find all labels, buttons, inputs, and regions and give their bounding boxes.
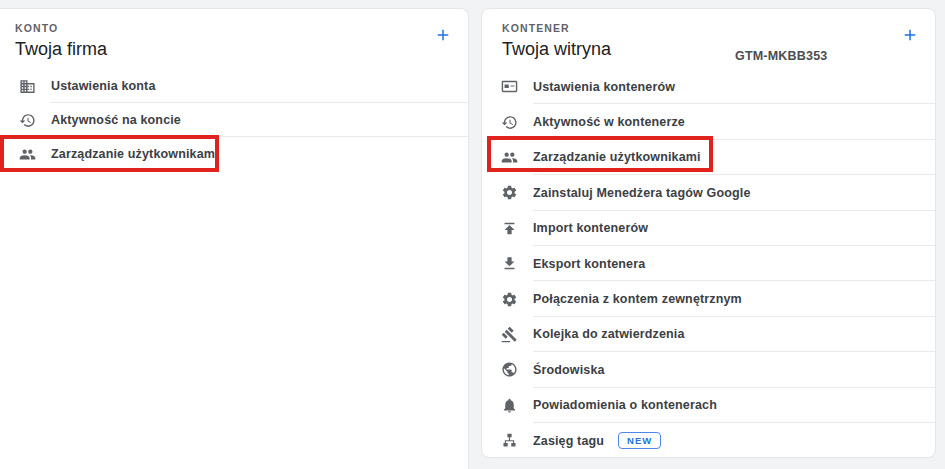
list-item-label: Ustawienia konta: [51, 79, 156, 93]
list-item-label: Połączenia z kontem zewnętrznym: [533, 292, 742, 306]
people-icon: [18, 145, 36, 163]
account-panel-header: KONTO Twoja firma: [0, 9, 468, 69]
list-item-label: Aktywność na koncie: [51, 113, 181, 127]
container-section-label: KONTENER: [502, 22, 919, 34]
list-item-label: Powiadomienia o kontenerach: [533, 398, 717, 412]
list-item[interactable]: Powiadomienia o kontenerach: [482, 388, 935, 423]
list-item[interactable]: Zainstaluj Menedżera tagów Google: [482, 175, 935, 210]
gavel-icon: [500, 325, 518, 343]
list-item-label: Zasięg tagu: [533, 434, 604, 448]
list-item[interactable]: Połączenia z kontem zewnętrznym: [482, 281, 935, 316]
list-item-label: Ustawienia kontenerów: [533, 80, 675, 94]
account-title: Twoja firma: [15, 39, 452, 60]
account-menu-list: Ustawienia konta Aktywność na koncie Zar…: [0, 69, 468, 171]
history-icon: [500, 113, 518, 131]
container-card-icon: [500, 78, 518, 96]
people-icon: [500, 148, 518, 166]
plus-icon: [901, 26, 919, 44]
container-panel-header: KONTENER Twoja witryna GTM-MKBB353: [482, 9, 935, 69]
new-badge: NEW: [618, 432, 661, 449]
list-item-label: Import kontenerów: [533, 221, 648, 235]
list-item[interactable]: Środowiska: [482, 352, 935, 387]
list-item-label: Środowiska: [533, 363, 605, 377]
list-item[interactable]: Import kontenerów: [482, 211, 935, 246]
list-item[interactable]: Zarządzanie użytkownikami: [0, 137, 468, 171]
add-container-button[interactable]: [898, 23, 922, 47]
list-item-label: Zarządzanie użytkownikami: [533, 150, 701, 164]
building-icon: [18, 77, 36, 95]
gear-icon: [500, 290, 518, 308]
container-menu-list: Ustawienia kontenerów Aktywność w konten…: [482, 69, 935, 458]
account-section-label: KONTO: [15, 22, 452, 34]
list-item[interactable]: Ustawienia konta: [0, 69, 468, 103]
list-item[interactable]: Zarządzanie użytkownikami: [482, 140, 935, 175]
container-title: Twoja witryna: [502, 39, 919, 60]
list-item[interactable]: Eksport kontenera: [482, 246, 935, 281]
add-account-button[interactable]: [431, 23, 455, 47]
account-panel: KONTO Twoja firma Ustawienia konta Aktyw…: [0, 8, 469, 469]
globe-icon: [500, 361, 518, 379]
list-item[interactable]: Aktywność na koncie: [0, 103, 468, 137]
gear-icon: [500, 184, 518, 202]
upload-icon: [500, 219, 518, 237]
list-item-label: Eksport kontenera: [533, 257, 645, 271]
list-item[interactable]: Zasięg tagu NEW: [482, 423, 935, 458]
history-icon: [18, 111, 36, 129]
container-panel: KONTENER Twoja witryna GTM-MKBB353 Ustaw…: [481, 8, 936, 458]
list-item[interactable]: Ustawienia kontenerów: [482, 69, 935, 104]
container-id: GTM-MKBB353: [735, 49, 827, 63]
plus-icon: [434, 26, 452, 44]
list-item[interactable]: Kolejka do zatwierdzenia: [482, 317, 935, 352]
list-item-label: Zainstaluj Menedżera tagów Google: [533, 186, 750, 200]
list-item-label: Kolejka do zatwierdzenia: [533, 327, 685, 341]
list-item-label: Zarządzanie użytkownikami: [51, 147, 219, 161]
sitemap-icon: [500, 432, 518, 450]
download-icon: [500, 255, 518, 273]
list-item-label: Aktywność w kontenerze: [533, 115, 685, 129]
list-item[interactable]: Aktywność w kontenerze: [482, 104, 935, 139]
bell-icon: [500, 396, 518, 414]
